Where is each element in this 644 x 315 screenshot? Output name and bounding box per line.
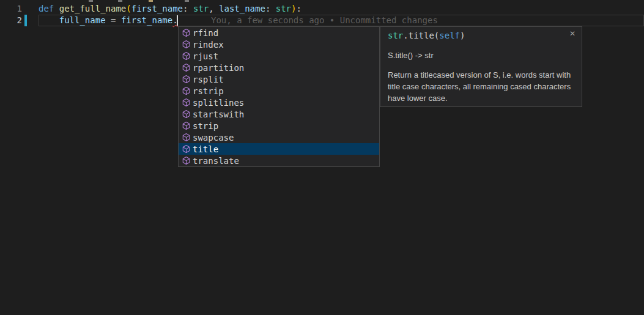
suggestion-item-rindex[interactable]: rindex <box>179 39 379 50</box>
gitlens-blame-annotation: You, a few seconds ago • Uncommitted cha… <box>211 15 438 26</box>
method-icon <box>182 133 191 142</box>
line-number-1[interactable]: 1 <box>0 3 22 15</box>
param-first-name: first_name <box>131 4 183 13</box>
code-line-1: 1 def get_full_name(first_name: str, las… <box>0 3 644 15</box>
suggestion-item-title-selected[interactable]: title <box>179 143 379 155</box>
code-line-1-text[interactable]: def get_full_name(first_name: str, last_… <box>39 3 302 15</box>
method-icon <box>182 86 191 95</box>
top-edge-artifact <box>149 0 153 2</box>
doc-description: Return a titlecased version of S, i.e. w… <box>388 69 574 104</box>
type-str: str <box>276 4 291 13</box>
method-icon <box>182 51 191 61</box>
suggest-widget: rfind rindex rjust rpartition rsplit rst… <box>178 26 380 167</box>
signature-receiver: str <box>388 31 403 40</box>
suggestion-item-rstrip[interactable]: rstrip <box>179 85 379 97</box>
assign-operator: = <box>106 15 121 25</box>
method-icon <box>182 156 191 165</box>
suggestion-item-strip[interactable]: strip <box>179 120 379 132</box>
top-edge-artifact <box>118 0 122 2</box>
param-last-name: last_name <box>219 4 265 13</box>
var-first-name: first_name <box>121 15 172 25</box>
suggestion-item-splitlines[interactable]: splitlines <box>179 97 379 108</box>
top-edge-artifact <box>185 0 189 2</box>
suggestion-label: splitlines <box>193 98 244 108</box>
signature-param-self: self <box>439 31 460 40</box>
signature: str.title(self) <box>388 30 574 42</box>
suggestion-label: rjust <box>193 51 218 61</box>
suggestion-item-translate[interactable]: translate <box>179 155 379 166</box>
suggestion-item-swapcase[interactable]: swapcase <box>179 132 379 143</box>
method-icon <box>182 109 191 119</box>
indent <box>39 15 59 25</box>
signature-method: .title( <box>403 31 439 40</box>
type-str: str <box>193 4 209 13</box>
suggestion-label: translate <box>193 156 239 166</box>
signature-close-paren: ) <box>460 31 465 40</box>
colon: : <box>297 4 302 13</box>
method-icon <box>182 75 191 84</box>
suggestion-label: title <box>193 144 218 154</box>
suggestion-label: rpartition <box>193 63 244 73</box>
suggest-details-panel: str.title(self) S.title() -> str Return … <box>380 26 582 107</box>
suggestion-label: rsplit <box>193 75 224 84</box>
method-icon <box>182 144 191 154</box>
suggestion-label: strip <box>193 121 218 131</box>
top-edge-artifact <box>89 0 93 2</box>
method-icon <box>182 28 191 37</box>
suggestion-label: rstrip <box>193 86 224 96</box>
suggestion-item-rpartition[interactable]: rpartition <box>179 62 379 73</box>
suggestion-label: startswith <box>193 109 244 119</box>
git-modified-indicator[interactable] <box>24 15 27 26</box>
close-icon[interactable]: ✕ <box>568 29 577 39</box>
var-full-name: full_name <box>59 15 106 25</box>
punct: : <box>265 4 276 13</box>
code-editor: 1 def get_full_name(first_name: str, las… <box>0 0 644 315</box>
punct: , <box>209 4 219 13</box>
punct: : <box>183 4 193 13</box>
method-icon <box>182 63 191 72</box>
suggestion-item-rjust[interactable]: rjust <box>179 50 379 62</box>
code-line-2-text[interactable]: full_name = first_name. <box>39 15 178 26</box>
close-paren: ) <box>291 4 296 13</box>
suggestion-item-startswith[interactable]: startswith <box>179 108 379 120</box>
keyword-def: def <box>39 4 59 13</box>
line-number-2[interactable]: 2 <box>0 15 22 26</box>
suggestion-label: rfind <box>193 28 218 38</box>
code-line-2: 2 full_name = first_name. You, a few sec… <box>0 15 644 26</box>
open-paren: ( <box>126 4 131 13</box>
suggestion-item-rsplit[interactable]: rsplit <box>179 73 379 85</box>
suggestion-label: rindex <box>193 40 224 50</box>
method-icon <box>182 40 191 49</box>
suggestion-label: swapcase <box>193 133 234 143</box>
text-cursor <box>177 15 178 26</box>
method-icon <box>182 98 191 107</box>
suggestion-item-rfind[interactable]: rfind <box>179 27 379 39</box>
doc-summary: S.title() -> str <box>388 50 574 61</box>
function-name: get_full_name <box>59 4 127 13</box>
method-icon <box>182 121 191 130</box>
